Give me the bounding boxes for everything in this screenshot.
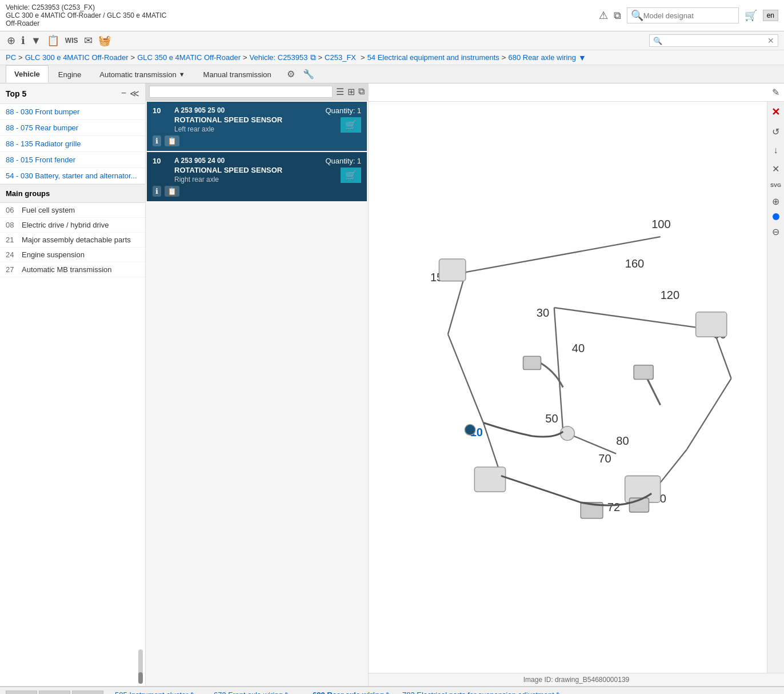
sidebar-collapse-icon[interactable]: − bbox=[121, 88, 126, 99]
diag-zoom-out-icon[interactable]: ⊖ bbox=[770, 225, 781, 239]
warning-icon[interactable]: ⚠ bbox=[599, 9, 608, 22]
top5-item-5[interactable]: 54 - 030 Battery, starter and alternator… bbox=[0, 168, 145, 184]
tab-manual-transmission[interactable]: Manual transmission bbox=[195, 66, 280, 83]
diag-zoom-in-icon[interactable]: ⊕ bbox=[770, 194, 781, 209]
part-2-code: A 253 905 24 00 bbox=[174, 157, 321, 165]
doc-icon[interactable]: 📋 bbox=[46, 33, 61, 48]
header: Vehicle: C253953 (C253_FX) GLC 300 e 4MA… bbox=[0, 0, 784, 31]
zoom-in-icon[interactable]: ⊕ bbox=[6, 33, 17, 48]
toolbar-search-clear[interactable]: ✕ bbox=[767, 36, 774, 45]
breadcrumb-vehicle[interactable]: Vehicle: C253953 bbox=[250, 53, 308, 62]
copy-icon[interactable]: ⧉ bbox=[614, 10, 621, 22]
thumb-link-680[interactable]: 680 Rear axle wiring bbox=[313, 691, 384, 694]
group-06-num: 06 bbox=[6, 206, 22, 214]
part-item-2[interactable]: 10 A 253 905 24 00 ROTATIONAL SPEED SENS… bbox=[147, 152, 367, 201]
tab-vehicle-label: Vehicle bbox=[14, 70, 40, 78]
part-2-action-icons: ℹ 📋 bbox=[153, 186, 361, 197]
basket-icon[interactable]: 🧺 bbox=[97, 33, 112, 48]
diag-refresh-icon[interactable]: ↺ bbox=[770, 125, 781, 139]
tab-wrench-icon[interactable]: 🔧 bbox=[301, 66, 317, 82]
top5-item-4[interactable]: 88 - 015 Front fender bbox=[0, 152, 145, 168]
breadcrumb-c253fx[interactable]: C253_FX bbox=[325, 53, 356, 62]
part-1-doc-icon[interactable]: 📋 bbox=[165, 135, 179, 146]
top5-item-4-label: 88 - 015 Front fender bbox=[6, 155, 75, 164]
vehicle-copy-icon[interactable]: ⧉ bbox=[310, 53, 316, 62]
toolbar-search-input[interactable] bbox=[665, 37, 767, 45]
part-2-info-icon[interactable]: ℹ bbox=[153, 186, 161, 197]
thumb-label-680: 680 Rear axle wiring ✎ bbox=[313, 691, 391, 694]
part-2-qty: Quantity: 1 🛒 bbox=[325, 157, 361, 183]
sidebar-expand-icon[interactable]: ≪ bbox=[130, 88, 139, 99]
sidebar-item-auto-mb[interactable]: 27 Automatic MB transmission bbox=[0, 262, 145, 277]
filter-icon[interactable]: ▼ bbox=[30, 34, 42, 48]
part-item-2-top: 10 A 253 905 24 00 ROTATIONAL SPEED SENS… bbox=[153, 157, 361, 184]
thumb-edit-679[interactable]: ✎ bbox=[285, 691, 290, 694]
sidebar-item-electric-drive[interactable]: 08 Electric drive / hybrid drive bbox=[0, 218, 145, 233]
breadcrumb-glc350[interactable]: GLC 350 e 4MATIC Off-Roader bbox=[137, 53, 241, 62]
info-icon[interactable]: ℹ bbox=[20, 33, 26, 48]
part-1-desc: Left rear axle bbox=[174, 125, 321, 133]
top5-item-2[interactable]: 88 - 075 Rear bumper bbox=[0, 120, 145, 136]
tab-engine[interactable]: Engine bbox=[50, 66, 90, 83]
sidebar-item-fuel-cell[interactable]: 06 Fuel cell system bbox=[0, 203, 145, 218]
top5-title: Top 5 bbox=[6, 89, 26, 98]
thumb-link-585[interactable]: 585 Instrument cluster bbox=[115, 691, 189, 694]
toolbar-left-icons: ⊕ ℹ ▼ 📋 WIS ✉ 🧺 bbox=[6, 33, 112, 48]
thumb-link-783[interactable]: 783 Electrical parts for suspension adju… bbox=[402, 691, 554, 694]
breadcrumb-dropdown-icon[interactable]: ▼ bbox=[578, 53, 586, 62]
parts-toolbar-icons: ☰ ⊞ ⧉ bbox=[336, 86, 365, 97]
part-1-info-icon[interactable]: ℹ bbox=[153, 135, 161, 146]
group-08-label: Electric drive / hybrid drive bbox=[22, 221, 109, 229]
breadcrumb-pc[interactable]: PC bbox=[6, 53, 16, 62]
thumb-label-783: 783 Electrical parts for suspension adju… bbox=[402, 691, 561, 694]
mini-thumb-1[interactable] bbox=[6, 691, 37, 694]
part-item-1[interactable]: 10 A 253 905 25 00 ROTATIONAL SPEED SENS… bbox=[147, 102, 367, 151]
breadcrumb-rear-axle[interactable]: 680 Rear axle wiring bbox=[508, 53, 576, 62]
parts-grid-icon[interactable]: ⊞ bbox=[347, 86, 355, 97]
diag-download-icon[interactable]: ↓ bbox=[772, 143, 780, 157]
diagram-tools: ✕ ↺ ↓ ✕ SVG ⊕ ⊖ bbox=[767, 102, 784, 673]
cart-icon[interactable]: 🛒 bbox=[745, 9, 757, 22]
parts-expand-icon[interactable]: ⧉ bbox=[358, 86, 365, 97]
mail-icon[interactable]: ✉ bbox=[83, 33, 94, 48]
diag-close-icon[interactable]: ✕ bbox=[770, 104, 782, 120]
sidebar-item-engine-suspension[interactable]: 24 Engine suspension bbox=[0, 248, 145, 262]
model-search-input[interactable] bbox=[643, 11, 735, 20]
language-badge[interactable]: en bbox=[763, 10, 778, 21]
thumb-group-680: 680 Rear axle wiring ✎ bbox=[313, 691, 391, 694]
diagram-area: ✕ 100 150 160 120 90 30 40 50 10 70 80 2… bbox=[369, 102, 784, 673]
thumb-link-679[interactable]: 679 Front axle wiring bbox=[214, 691, 283, 694]
sidebar-item-major-assembly[interactable]: 21 Major assembly detachable parts bbox=[0, 233, 145, 248]
tab-vehicle[interactable]: Vehicle bbox=[6, 65, 49, 83]
svg-rect-31 bbox=[523, 356, 541, 369]
breadcrumb-glc300[interactable]: GLC 300 e 4MATIC Off-Roader bbox=[25, 53, 129, 62]
toolbar-search-icon[interactable]: 🔍 bbox=[653, 37, 662, 45]
diag-close2-icon[interactable]: ✕ bbox=[770, 162, 781, 176]
part-1-cart-button[interactable]: 🛒 bbox=[341, 117, 361, 133]
top5-item-3[interactable]: 88 - 135 Radiator grille bbox=[0, 136, 145, 152]
diag-svg-icon[interactable]: SVG bbox=[769, 181, 783, 190]
parts-toolbar: ☰ ⊞ ⧉ bbox=[146, 83, 368, 101]
top5-item-1-label: 88 - 030 Front bumper bbox=[6, 107, 79, 116]
wis-icon[interactable]: WIS bbox=[64, 35, 79, 46]
parts-search-input[interactable] bbox=[149, 86, 333, 98]
breadcrumb-electrical[interactable]: 54 Electrical equipment and instruments bbox=[367, 53, 499, 62]
tab-settings-icon[interactable]: ⚙ bbox=[285, 66, 297, 82]
tab-auto-transmission[interactable]: Automatic transmission ▼ bbox=[91, 66, 193, 83]
part-2-cart-button[interactable]: 🛒 bbox=[341, 167, 361, 183]
thumb-edit-783[interactable]: ✎ bbox=[556, 691, 561, 694]
part-2-doc-icon[interactable]: 📋 bbox=[165, 186, 179, 197]
thumb-edit-585[interactable]: ✎ bbox=[190, 691, 195, 694]
mini-thumb-row1 bbox=[6, 691, 103, 694]
tab-manual-transmission-label: Manual transmission bbox=[203, 70, 271, 79]
svg-rect-25 bbox=[439, 259, 465, 281]
search-icon[interactable]: 🔍 bbox=[631, 9, 643, 22]
mini-thumb-2[interactable] bbox=[39, 691, 70, 694]
thumb-edit-680[interactable]: ✎ bbox=[386, 691, 391, 694]
tab-auto-dropdown-icon[interactable]: ▼ bbox=[179, 71, 185, 78]
parts-list-icon[interactable]: ☰ bbox=[336, 86, 344, 97]
top5-item-1[interactable]: 88 - 030 Front bumper bbox=[0, 104, 145, 120]
mini-thumb-3[interactable] bbox=[72, 691, 103, 694]
diagram-edit-icon[interactable]: ✎ bbox=[771, 86, 781, 99]
sidebar-scrollbar[interactable] bbox=[138, 649, 143, 684]
